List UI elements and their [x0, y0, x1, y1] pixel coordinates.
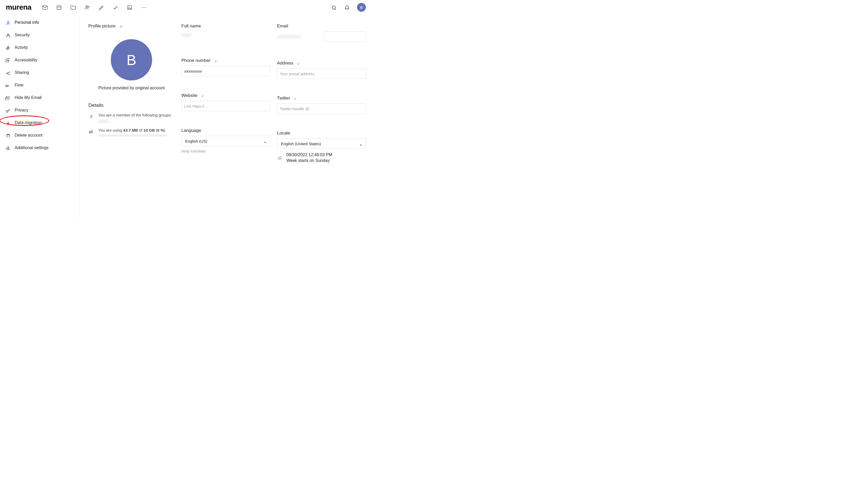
sidebar-item-label: Hide My Email	[15, 95, 41, 100]
website-scope-toggle[interactable]	[200, 94, 207, 97]
help-translate-link[interactable]: Help translate	[181, 149, 206, 153]
sidebar-item-additional-settings[interactable]: Additional settings	[0, 142, 79, 154]
sidebar-item-data-migration[interactable]: Data migration	[0, 116, 79, 129]
email-label: Email	[277, 23, 288, 29]
flow-icon	[5, 83, 10, 88]
main-content: Profile picture B Picture provided by or…	[80, 15, 371, 218]
fullname-label: Full name	[181, 23, 201, 29]
nav-mail-icon[interactable]	[42, 4, 48, 10]
profile-picture-title: Profile picture	[88, 23, 116, 29]
key-icon	[5, 108, 10, 112]
user-avatar-menu[interactable]: B	[357, 3, 366, 12]
sidebar-item-personal-info[interactable]: Personal info	[0, 16, 79, 29]
sidebar-item-flow[interactable]: Flow	[0, 79, 79, 91]
email-extra-input[interactable]	[324, 31, 366, 42]
sidebar-item-label: Additional settings	[15, 145, 49, 150]
sidebar-item-activity[interactable]: Activity	[0, 41, 79, 54]
nav-notes-icon[interactable]	[98, 4, 104, 10]
groups-text: You are a member of the following groups…	[98, 113, 172, 117]
nav-photos-icon[interactable]	[126, 4, 132, 10]
website-input[interactable]	[181, 101, 270, 111]
search-icon[interactable]	[331, 5, 336, 10]
language-label: Language	[181, 128, 201, 133]
sidebar-item-label: Accessibility	[15, 58, 37, 62]
locale-week-start: Week starts on Sunday	[286, 158, 332, 163]
phone-scope-toggle[interactable]	[213, 59, 220, 62]
locale-label: Locale	[277, 130, 290, 136]
website-label: Website	[181, 93, 197, 98]
sidebar-item-delete-account[interactable]: Delete account	[0, 129, 79, 142]
storage-progress	[98, 134, 167, 137]
sidebar-item-sharing[interactable]: Sharing	[0, 66, 79, 79]
address-input[interactable]	[277, 68, 366, 79]
brand-logo[interactable]: murena	[6, 3, 31, 12]
sidebar-item-label: Personal info	[15, 20, 39, 25]
sidebar-item-label: Delete account	[15, 133, 42, 138]
sidebar-item-label: Activity	[15, 45, 28, 50]
twitter-input[interactable]	[277, 103, 366, 114]
sidebar-item-label: Security	[15, 33, 30, 37]
globe-icon	[277, 156, 282, 160]
storage-icon	[88, 129, 92, 133]
picture-scope-toggle[interactable]	[119, 24, 126, 28]
topbar-right: B	[331, 3, 366, 12]
share-icon	[5, 70, 10, 75]
trash-icon	[5, 133, 10, 138]
sidebar-item-label: Flow	[15, 83, 23, 88]
phone-input[interactable]	[181, 66, 270, 76]
profile-picture-caption: Picture provided by original account	[88, 86, 175, 90]
notifications-icon[interactable]	[344, 5, 349, 10]
gear-icon	[5, 145, 10, 150]
download-icon	[5, 120, 10, 125]
phone-label: Phone number	[181, 58, 211, 63]
user-icon	[5, 20, 10, 25]
member-icon	[88, 114, 92, 118]
nav-tasks-icon[interactable]	[112, 4, 118, 10]
language-select[interactable]: English (US)	[181, 136, 270, 146]
nav-calendar-icon[interactable]	[56, 4, 62, 10]
sidebar-item-accessibility[interactable]: Accessibility	[0, 54, 79, 66]
details-heading: Details	[88, 102, 175, 108]
profile-avatar: B	[111, 39, 152, 80]
lock-icon	[5, 33, 10, 37]
sidebar-item-privacy[interactable]: Privacy	[0, 104, 79, 116]
bolt-icon	[5, 45, 10, 50]
accessibility-icon	[5, 58, 10, 62]
groups-value-masked: xxxxx	[98, 119, 108, 123]
locale-datetime: 08/30/2022 12:48:03 PM	[286, 152, 332, 157]
twitter-label: Twitter	[277, 95, 290, 101]
storage-text: You are using 43.7 MB of 10 GB (0 %)	[98, 128, 167, 132]
locale-select[interactable]: English (United States)	[277, 139, 366, 149]
sidebar-item-label: Data migration	[15, 120, 42, 125]
fullname-value-masked: xxxx	[181, 31, 270, 39]
nav-icons	[42, 4, 146, 10]
nav-contacts-icon[interactable]	[84, 4, 90, 10]
sidebar-item-security[interactable]: Security	[0, 29, 79, 41]
address-scope-toggle[interactable]	[296, 61, 302, 65]
nav-more-icon[interactable]	[141, 4, 146, 10]
envelope-icon	[5, 95, 10, 100]
sidebar-item-label: Privacy	[15, 108, 28, 112]
email-value-masked: xxxxxxxxxx	[277, 33, 322, 40]
nav-files-icon[interactable]	[70, 4, 76, 10]
sidebar-item-hide-my-email[interactable]: Hide My Email	[0, 91, 79, 104]
twitter-scope-toggle[interactable]	[293, 96, 299, 100]
topbar: murena B	[0, 0, 371, 15]
address-label: Address	[277, 60, 293, 66]
sidebar-item-label: Sharing	[15, 70, 29, 75]
settings-sidebar: Personal info Security Activity Accessib…	[0, 15, 80, 218]
